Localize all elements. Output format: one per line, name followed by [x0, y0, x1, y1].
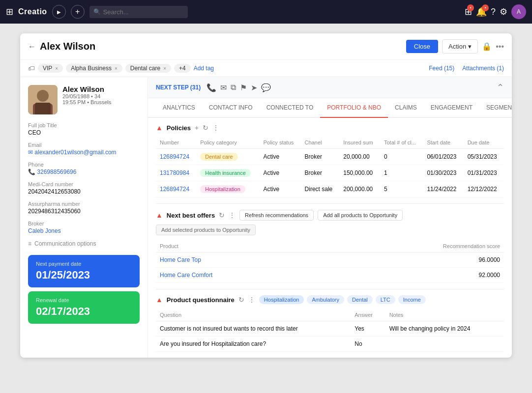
- nbo-table: Product Recommendation score Home Care T…: [156, 240, 504, 283]
- policy-insured-sum: 20,000.00: [339, 149, 380, 165]
- tag-vip[interactable]: VIP ×: [38, 64, 63, 73]
- tab-segmentation[interactable]: SEGMENTATION: [479, 98, 512, 118]
- tag-vip-remove[interactable]: ×: [55, 66, 58, 71]
- nbo-product[interactable]: Home Care Comfort: [156, 268, 324, 283]
- phone-link[interactable]: 326988569696: [37, 168, 76, 175]
- pq-tag[interactable]: Income: [398, 295, 426, 304]
- copy-action-icon[interactable]: ⧉: [231, 83, 236, 92]
- policy-start-date: 01/30/2023: [423, 165, 463, 181]
- col-chanel: Chanel: [301, 137, 340, 149]
- broker-label: Broker: [28, 221, 140, 226]
- tag-dental-remove[interactable]: ×: [163, 66, 166, 71]
- nbo-more-icon[interactable]: ⋮: [229, 211, 236, 219]
- nbo-refresh-button[interactable]: Refresh recommendations: [239, 210, 314, 221]
- grid-icon[interactable]: ⊞: [6, 6, 13, 17]
- play-button[interactable]: ▶: [52, 5, 66, 19]
- policies-more-icon[interactable]: ⋮: [212, 124, 219, 132]
- policy-total-claims: 5: [380, 181, 423, 197]
- next-step-label: NEXT STEP (31): [156, 84, 201, 91]
- policies-add-icon[interactable]: +: [195, 124, 199, 132]
- payment-card: Next payment date 01/25/2023: [28, 255, 140, 287]
- help-button[interactable]: ?: [491, 7, 496, 17]
- pq-tag[interactable]: LTC: [376, 295, 395, 304]
- more-options-icon[interactable]: •••: [496, 42, 504, 51]
- email-label: Email: [28, 142, 140, 148]
- email-link[interactable]: alexander01wilson@gmail.com: [34, 149, 116, 156]
- pq-tags: HospitalizationAmbulatoryDentalLTCIncome: [259, 295, 426, 304]
- send-action-icon[interactable]: ➤: [251, 83, 257, 92]
- apps-button[interactable]: ⊞ •: [465, 6, 472, 17]
- qa-col-notes: Notes: [385, 309, 504, 321]
- pq-refresh-icon[interactable]: ↻: [238, 296, 244, 304]
- search-icon: 🔍: [93, 8, 101, 15]
- nbo-refresh-icon[interactable]: ↻: [219, 211, 225, 219]
- qa-question: Are you insured for Hospitalization care…: [156, 337, 351, 352]
- feed-button[interactable]: Feed (15): [429, 65, 454, 72]
- tab-contact-info[interactable]: CONTACT INFO: [202, 98, 260, 118]
- broker-link[interactable]: Caleb Jones: [28, 227, 61, 234]
- tab-connected-to[interactable]: CONNECTED TO: [260, 98, 321, 118]
- email-field: Email ✉ alexander01wilson@gmail.com: [28, 142, 140, 156]
- pq-tag[interactable]: Hospitalization: [259, 295, 304, 304]
- pq-title: Product questionnaire: [167, 296, 235, 304]
- col-policy-category: Policy category: [196, 137, 259, 149]
- nbo-add-selected-button[interactable]: Add selected products to Opportunity: [156, 225, 256, 235]
- tag-dental[interactable]: Dental care ×: [125, 64, 171, 73]
- lock-icon[interactable]: 🔒: [482, 42, 492, 51]
- back-button[interactable]: ←: [28, 42, 36, 51]
- close-button[interactable]: Close: [406, 40, 438, 53]
- email-value[interactable]: ✉ alexander01wilson@gmail.com: [28, 149, 140, 156]
- medicard-field: Medi-Card number 2042042412653080: [28, 181, 140, 195]
- attachments-button[interactable]: Attachments (1): [462, 65, 504, 72]
- policy-status: Active: [260, 165, 301, 181]
- nbo-product[interactable]: Home Care Top: [156, 253, 324, 268]
- action-button[interactable]: Action ▾: [442, 39, 478, 54]
- tag-more[interactable]: +4: [174, 64, 191, 73]
- tab-engagement[interactable]: ENGAGEMENT: [424, 98, 479, 118]
- policy-number[interactable]: 131780984: [156, 165, 196, 181]
- search-input[interactable]: [89, 6, 188, 18]
- tag-alpha[interactable]: Alpha Business ×: [66, 64, 122, 73]
- collapse-icon[interactable]: ⌃: [497, 82, 504, 93]
- pq-more-icon[interactable]: ⋮: [248, 296, 255, 304]
- tag-alpha-remove[interactable]: ×: [115, 66, 118, 71]
- policy-number[interactable]: 126894724: [156, 181, 196, 197]
- nbo-score: 92.0000: [324, 268, 504, 283]
- nbo-header: ▲ Next best offers ↻ ⋮ Refresh recommend…: [156, 210, 504, 235]
- pq-tag[interactable]: Dental: [347, 295, 373, 304]
- tab-analytics[interactable]: ANALYTICS: [156, 98, 202, 118]
- qa-notes: Will be changing policy in 2024: [385, 321, 504, 337]
- policies-refresh-icon[interactable]: ↻: [203, 124, 208, 132]
- add-button[interactable]: +: [71, 5, 85, 19]
- tab-claims[interactable]: CLAIMS: [388, 98, 424, 118]
- tags-bar: 🏷 VIP × Alpha Business × Dental care × +…: [20, 60, 512, 77]
- pq-tag[interactable]: Ambulatory: [307, 295, 344, 304]
- policy-number[interactable]: 126894724: [156, 149, 196, 165]
- tab-portfolio-nbo[interactable]: PORTFOLIO & NBO: [320, 98, 388, 118]
- qa-col-question: Question: [156, 309, 351, 321]
- policy-start-date: 11/24/2022: [423, 181, 463, 197]
- qa-col-answer: Answer: [351, 309, 385, 321]
- nbo-add-all-button[interactable]: Add all products to Opportunity: [318, 210, 403, 221]
- settings-button[interactable]: ⚙: [500, 6, 507, 17]
- main-container: ← Alex Wilson Close Action ▾ 🔒 ••• 🏷 VIP…: [20, 33, 512, 358]
- list-item: Home Care Top 96.0000: [156, 253, 504, 268]
- notifications-button[interactable]: 🔔 •: [476, 6, 487, 17]
- whatsapp-action-icon[interactable]: 💬: [261, 83, 271, 92]
- policies-icon: ▲: [156, 124, 163, 132]
- phone-action-icon[interactable]: 📞: [207, 83, 216, 92]
- medicard-label: Medi-Card number: [28, 181, 140, 187]
- comm-options[interactable]: ≡ Communication options: [28, 240, 140, 247]
- email-action-icon[interactable]: ✉: [220, 83, 227, 92]
- phone-value[interactable]: 📞 326988569696: [28, 168, 140, 175]
- renewal-date: 02/17/2023: [36, 305, 132, 318]
- qa-question: Customer is not insured but wants to rec…: [156, 321, 351, 337]
- user-avatar[interactable]: A: [511, 4, 526, 19]
- page-header-left: ← Alex Wilson: [28, 41, 95, 52]
- flag-action-icon[interactable]: ⚑: [240, 83, 247, 92]
- job-title-label: Full job Title: [28, 122, 140, 128]
- add-tag-button[interactable]: Add tag: [194, 65, 214, 72]
- tag-icon: 🏷: [28, 64, 35, 72]
- policy-insured-sum: 150,000.00: [339, 165, 380, 181]
- apps-badge: •: [467, 4, 474, 11]
